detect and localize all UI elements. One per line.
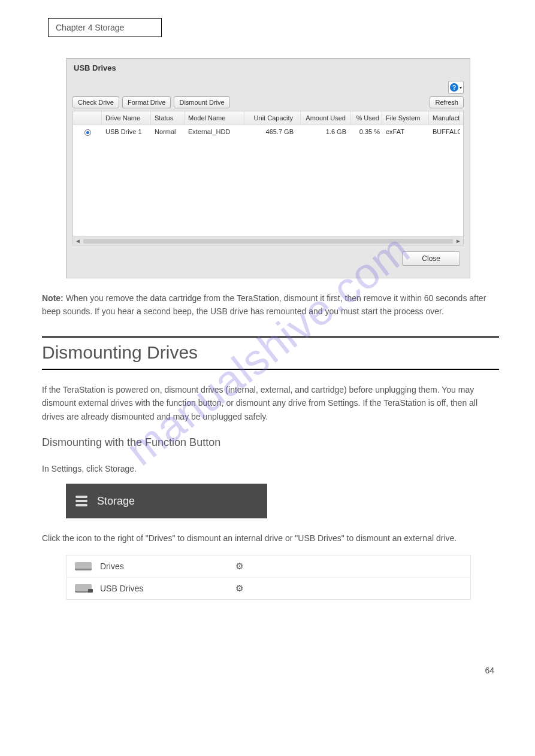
col-header-mfg: Manufact [429,111,460,125]
settings-step-text: Click the icon to the right of "Drives" … [42,532,499,545]
usb-drive-icon [75,584,92,593]
dismount-drive-button[interactable]: Dismount Drive [174,96,229,108]
table-row[interactable]: USB Drive 1 Normal External_HDD 465.7 GB… [73,125,463,139]
cell-capacity: 465.7 GB [244,128,301,136]
chapter-label-box: Chapter 4 Storage [48,18,162,37]
settings-row-usb-drives[interactable]: USB Drives ⚙ [67,577,470,599]
settings-row-drives[interactable]: Drives ⚙ [67,555,470,577]
note-label: Note: [42,293,64,303]
table-header: Drive Name Status Model Name Unit Capaci… [73,111,463,125]
gear-icon[interactable]: ⚙ [234,584,244,593]
col-header-used: Amount Used [301,111,351,125]
col-header-model: Model Name [185,111,244,125]
cell-model: External_HDD [185,128,244,136]
col-header-capacity: Unit Capacity [244,111,301,125]
chevron-down-icon: ▾ [460,85,462,90]
check-drive-button[interactable]: Check Drive [72,96,119,108]
note-paragraph: Note: When you remove the data cartridge… [42,292,499,318]
cell-mfg: BUFFALO [429,128,460,136]
paragraph: If the TeraStation is powered on, dismou… [42,383,499,423]
table-body: USB Drive 1 Normal External_HDD 465.7 GB… [73,125,463,236]
col-header-status: Status [151,111,185,125]
close-button[interactable]: Close [402,251,460,266]
help-icon: ? [450,83,458,92]
usb-drives-table: Drive Name Status Model Name Unit Capaci… [72,111,464,245]
row-radio[interactable] [84,129,91,136]
dialog-title: USB Drives [67,59,470,77]
drive-icon [75,562,92,570]
col-header-select [73,111,102,125]
format-drive-button[interactable]: Format Drive [122,96,171,108]
col-header-fs: File System [382,111,429,125]
usb-drives-dialog: USB Drives ? ▾ Check Drive Format Drive … [66,58,470,278]
row-label-drives: Drives [100,561,226,571]
subheading: Dismounting with the Function Button [42,436,499,449]
storage-icon [75,496,87,506]
heading-dismounting-drives: Dismounting Drives [42,336,499,370]
gear-icon[interactable]: ⚙ [234,561,244,571]
cell-status: Normal [151,128,185,136]
storage-label: Storage [97,495,135,508]
page-number: 64 [42,666,499,675]
col-header-pct: % Used [351,111,382,125]
cell-used: 1.6 GB [301,128,351,136]
storage-step-text: In Settings, click Storage. [42,462,499,475]
storage-tile[interactable]: Storage [66,484,267,518]
refresh-button[interactable]: Refresh [430,96,464,108]
col-header-drive-name: Drive Name [102,111,151,125]
cell-fs: exFAT [382,128,429,136]
note-text: When you remove the data cartridge from … [42,293,486,316]
chapter-label: Chapter 4 Storage [56,23,124,32]
row-label-usb-drives: USB Drives [100,584,226,593]
cell-pct: 0.35 % [351,128,382,136]
help-button[interactable]: ? ▾ [448,81,464,94]
horizontal-scrollbar[interactable]: ◄► [73,236,463,245]
settings-list: Drives ⚙ USB Drives ⚙ [66,555,471,600]
cell-drive-name: USB Drive 1 [102,128,151,136]
